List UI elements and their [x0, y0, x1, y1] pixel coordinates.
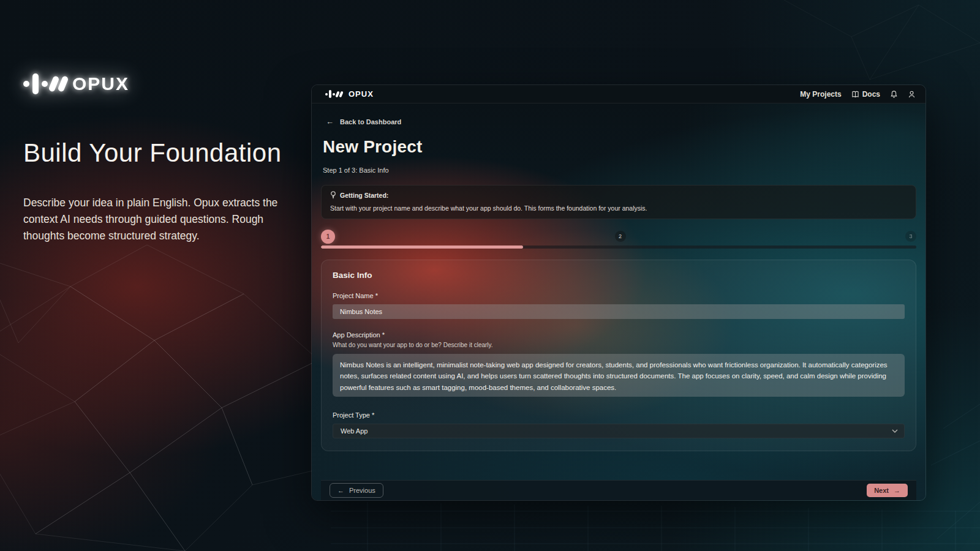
next-arrow-icon: →: [894, 487, 900, 494]
step-circle-1: 1: [321, 230, 335, 244]
progress-bar-fill: [321, 246, 523, 249]
opux-logo-text: OPUX: [72, 73, 129, 94]
tip-body: Start with your project name and describ…: [330, 204, 907, 212]
lightbulb-icon: [330, 191, 336, 199]
step-circle-2: 2: [615, 231, 626, 242]
step-indicator: Step 1 of 3: Basic Info: [323, 167, 916, 174]
marketing-description: Describe your idea in plain English. Opu…: [23, 195, 293, 244]
project-type-select[interactable]: Web App: [333, 424, 905, 438]
back-arrow-icon: ←: [326, 117, 334, 126]
book-icon: [851, 91, 859, 98]
getting-started-tip: Getting Started: Start with your project…: [321, 185, 916, 219]
back-to-dashboard-link[interactable]: ← Back to Dashboard: [326, 117, 401, 126]
notifications-button[interactable]: [890, 90, 898, 99]
nav-docs[interactable]: Docs: [851, 90, 880, 99]
back-link-label: Back to Dashboard: [340, 118, 401, 126]
previous-arrow-icon: ←: [337, 487, 344, 494]
app-description-textarea[interactable]: Nimbus Notes is an intelligent, minimali…: [333, 354, 905, 397]
nav-docs-label: Docs: [862, 90, 880, 99]
bell-icon: [890, 90, 898, 99]
step-circle-3: 3: [905, 231, 916, 242]
project-name-input[interactable]: [333, 304, 905, 319]
wizard-footer: ← Previous Next →: [321, 480, 916, 500]
wizard-steps: 1 2 3: [321, 229, 916, 244]
card-title: Basic Info: [333, 271, 905, 280]
previous-button-label: Previous: [349, 487, 375, 494]
project-name-label: Project Name *: [333, 292, 905, 299]
app-description-helper: What do you want your app to do or be? D…: [333, 342, 905, 348]
desktop-background: OPUX Build Your Foundation Describe your…: [0, 0, 980, 551]
app-header: OPUX My Projects Docs: [312, 85, 925, 103]
opux-logo-mark: [23, 73, 66, 94]
next-button-label: Next: [874, 487, 889, 494]
marketing-panel: OPUX Build Your Foundation Describe your…: [23, 73, 293, 244]
previous-button[interactable]: ← Previous: [330, 483, 383, 498]
progress-bar: [321, 246, 916, 249]
window-content: ← Back to Dashboard New Project Step 1 o…: [312, 103, 925, 500]
marketing-headline: Build Your Foundation: [23, 138, 293, 168]
user-menu-button[interactable]: [908, 90, 916, 99]
opux-logo-mark: [325, 90, 342, 98]
opux-logo: OPUX: [23, 73, 293, 94]
project-type-value: Web App: [341, 427, 368, 435]
tip-title: Getting Started:: [340, 192, 388, 199]
next-button[interactable]: Next →: [867, 484, 908, 497]
app-window: OPUX My Projects Docs: [311, 84, 926, 501]
nav-my-projects-label: My Projects: [800, 90, 841, 99]
header-logo-text: OPUX: [349, 89, 374, 99]
nav-my-projects[interactable]: My Projects: [800, 90, 841, 99]
basic-info-card: Basic Info Project Name * App Descriptio…: [321, 260, 916, 451]
user-icon: [908, 90, 916, 99]
header-logo[interactable]: OPUX: [325, 89, 374, 99]
page-title: New Project: [323, 137, 916, 157]
chevron-down-icon: [892, 429, 898, 433]
app-description-label: App Description *: [333, 331, 905, 339]
project-type-label: Project Type *: [333, 411, 905, 419]
header-nav: My Projects Docs: [800, 90, 916, 99]
